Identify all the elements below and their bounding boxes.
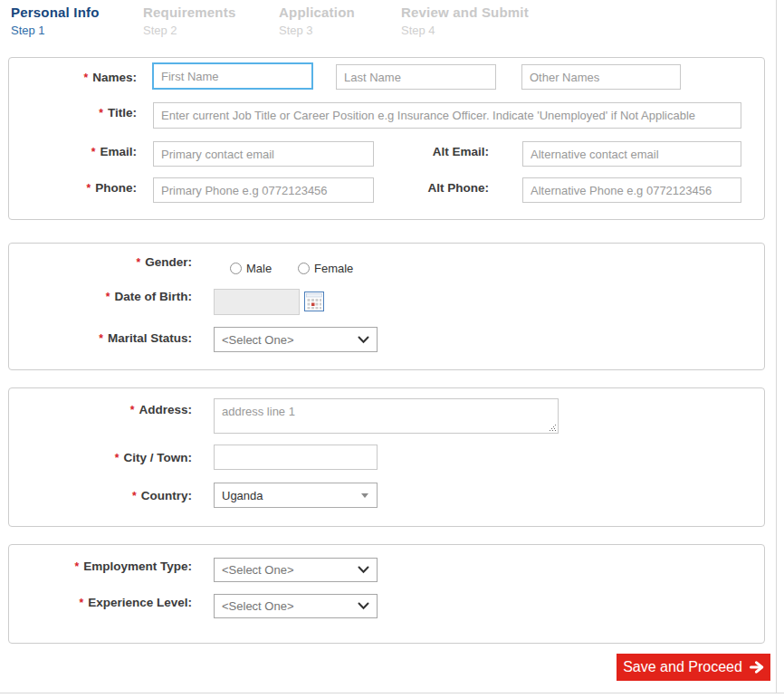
- location-section: *Address: *City / Town: *Country: Uganda: [8, 387, 765, 527]
- step-title: Application: [279, 5, 355, 20]
- contact-info-section: *Names: *Title: *Email: Alt Email: *Phon…: [8, 57, 765, 220]
- chevron-down-icon: [358, 336, 369, 344]
- employment-type-select[interactable]: <Select One>: [214, 558, 378, 582]
- last-name-input[interactable]: [336, 64, 496, 90]
- marital-status-select[interactable]: <Select One>: [214, 327, 378, 352]
- address-textarea[interactable]: [214, 398, 559, 434]
- names-label: *Names:: [9, 71, 137, 85]
- job-title-input[interactable]: [153, 102, 741, 129]
- phone-input[interactable]: [153, 177, 374, 203]
- alt-phone-label: Alt Phone:: [371, 181, 489, 196]
- save-and-proceed-label: Save and Proceed: [623, 659, 742, 675]
- save-and-proceed-button[interactable]: Save and Proceed: [617, 654, 770, 681]
- step-number: Step 4: [401, 24, 529, 37]
- required-marker: *: [87, 182, 91, 195]
- date-of-birth-input[interactable]: [214, 289, 300, 315]
- required-marker: *: [115, 452, 120, 464]
- employment-type-label: *Employment Type:: [9, 559, 192, 574]
- email-input[interactable]: [153, 141, 374, 167]
- email-label: *Email:: [9, 145, 137, 159]
- radio-circle-icon[interactable]: [298, 263, 310, 274]
- step-application[interactable]: Application Step 3: [279, 5, 355, 37]
- address-field-wrapper: [214, 398, 559, 434]
- gender-label: *Gender:: [9, 255, 192, 270]
- required-marker: *: [106, 291, 110, 303]
- address-label: *Address:: [9, 403, 192, 417]
- city-town-input[interactable]: [214, 445, 378, 470]
- step-title: Review and Submit: [401, 5, 529, 20]
- selected-value: Uganda: [215, 489, 361, 502]
- alt-phone-input[interactable]: [522, 177, 741, 203]
- step-number: Step 2: [143, 24, 235, 37]
- required-marker: *: [91, 146, 96, 158]
- required-marker: *: [137, 256, 141, 269]
- chevron-down-icon: [358, 602, 369, 610]
- alt-email-label: Alt Email:: [371, 145, 489, 159]
- gender-male-label: Male: [246, 262, 272, 275]
- selected-value: <Select One>: [215, 599, 358, 613]
- employment-section: *Employment Type: <Select One> *Experien…: [8, 544, 765, 644]
- required-marker: *: [75, 560, 80, 573]
- gender-male-radio[interactable]: Male: [230, 262, 272, 275]
- step-title: Requirements: [143, 5, 235, 20]
- calendar-picker-button[interactable]: [303, 292, 324, 312]
- calendar-icon: [304, 292, 324, 311]
- required-marker: *: [99, 332, 103, 345]
- required-marker: *: [84, 72, 89, 84]
- page-right-border: [776, 0, 777, 693]
- step-review-and-submit[interactable]: Review and Submit Step 4: [401, 5, 529, 37]
- gender-female-label: Female: [314, 262, 353, 275]
- selected-value: <Select One>: [215, 333, 358, 347]
- selected-value: <Select One>: [215, 563, 358, 577]
- gender-female-radio[interactable]: Female: [298, 262, 353, 275]
- step-number: Step 1: [11, 24, 100, 37]
- country-select[interactable]: Uganda: [214, 483, 378, 508]
- step-title: Personal Info: [11, 5, 100, 20]
- dropdown-arrow-icon: [361, 493, 368, 498]
- step-number: Step 3: [279, 24, 355, 37]
- alt-email-input[interactable]: [522, 141, 741, 167]
- radio-circle-icon[interactable]: [230, 263, 242, 274]
- other-names-input[interactable]: [521, 64, 681, 90]
- phone-label: *Phone:: [9, 181, 137, 196]
- experience-level-select[interactable]: <Select One>: [214, 594, 378, 618]
- date-of-birth-label: *Date of Birth:: [9, 290, 192, 304]
- required-marker: *: [132, 490, 137, 502]
- step-personal-info[interactable]: Personal Info Step 1: [11, 5, 100, 37]
- city-town-label: *City / Town:: [9, 451, 192, 465]
- arrow-right-icon: [750, 661, 764, 674]
- first-name-input[interactable]: [152, 62, 313, 90]
- demographics-section: *Gender: Male Female *Date of Birth: *Ma…: [8, 243, 765, 370]
- required-marker: *: [130, 404, 135, 416]
- page-bottom-border: [0, 693, 784, 693]
- experience-level-label: *Experience Level:: [9, 596, 192, 610]
- required-marker: *: [80, 597, 84, 609]
- step-requirements[interactable]: Requirements Step 2: [143, 5, 235, 37]
- marital-status-label: *Marital Status:: [9, 331, 192, 346]
- required-marker: *: [99, 107, 103, 120]
- country-label: *Country:: [9, 489, 192, 503]
- chevron-down-icon: [358, 566, 369, 574]
- title-label: *Title:: [9, 106, 137, 120]
